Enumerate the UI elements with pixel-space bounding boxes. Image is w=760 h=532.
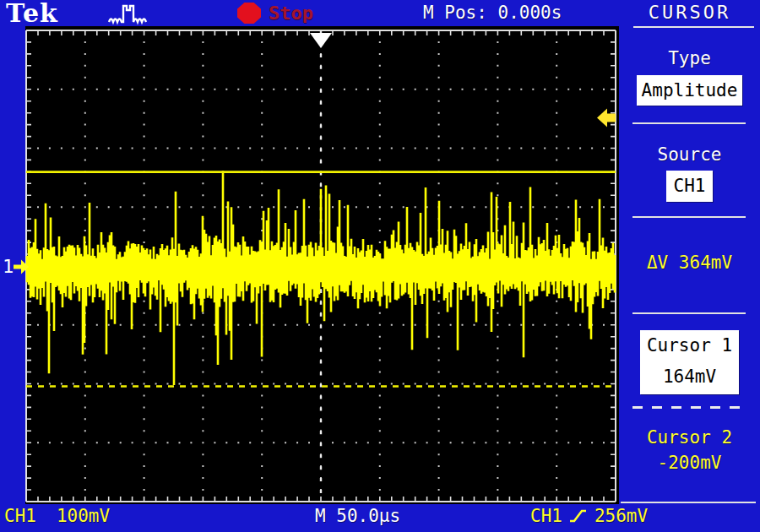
cursor2-label[interactable]: Cursor 2: [619, 427, 760, 448]
waveform-display: [25, 26, 619, 504]
cursor-source-button[interactable]: CH1: [666, 171, 713, 202]
trigger-source-label: CH1: [530, 506, 562, 526]
channel1-ground-marker: 1: [3, 256, 29, 277]
channel1-arrow-icon: [14, 258, 29, 275]
cursor1-label: Cursor 1: [640, 330, 739, 361]
ch1-volts-per-div: 100mV: [57, 506, 110, 526]
bottom-status-bar: CH1 100mV M 50.0µs CH1 256mV: [0, 504, 760, 532]
menu-title: CURSOR: [619, 2, 760, 23]
cursor-type-label: Type: [619, 48, 760, 68]
cursor-source-label: Source: [619, 144, 760, 165]
cursor2-value: -200mV: [619, 453, 760, 473]
trigger-readout: CH1 256mV: [530, 506, 648, 526]
cursor1-button[interactable]: Cursor 1 164mV: [640, 330, 739, 394]
horizontal-position-readout: M Pos: 0.000s: [423, 3, 562, 23]
menu-divider: [632, 216, 746, 218]
cursor1-value: 164mV: [640, 361, 739, 393]
ch1-noise-trace: [27, 171, 615, 385]
run-state-label: Stop: [269, 3, 313, 24]
trigger-pulse-icon: [106, 2, 157, 25]
oscilloscope-screen: Tek Stop M Pos: 0.000s 1 CURSOR Type Amp…: [0, 0, 760, 532]
scope-graticule-svg: [25, 26, 619, 504]
menu-divider-dashed: [632, 406, 746, 409]
trigger-level-value: 256mV: [594, 506, 648, 526]
cursor-side-menu: CURSOR Type Amplitude Source CH1 ΔV 364m…: [619, 0, 760, 532]
delta-v-readout: ΔV 364mV: [619, 252, 760, 273]
menu-divider: [632, 122, 746, 124]
rising-edge-icon: [569, 507, 588, 525]
menu-divider: [632, 312, 746, 314]
ch1-label: CH1: [4, 506, 36, 526]
timebase-readout: M 50.0µs: [315, 506, 400, 526]
stop-icon: [237, 3, 261, 24]
menu-title-rule: [633, 26, 754, 28]
cursor-type-button[interactable]: Amplitude: [637, 75, 742, 106]
ch1-scale-readout: CH1 100mV: [4, 506, 110, 526]
acquisition-status: Stop: [237, 3, 313, 24]
menu-divider: [621, 502, 756, 503]
channel1-number: 1: [3, 256, 14, 277]
tek-logo: Tek: [6, 0, 58, 28]
trigger-position-marker: [310, 33, 332, 48]
